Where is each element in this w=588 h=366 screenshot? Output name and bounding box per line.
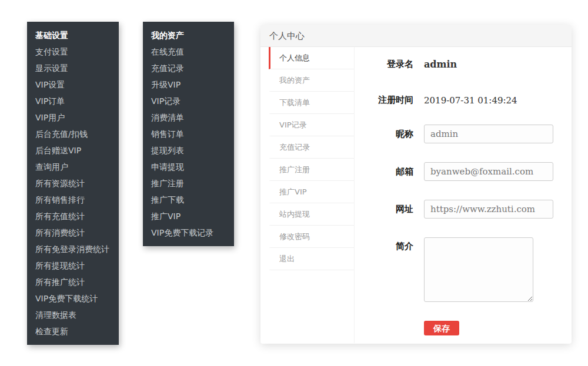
reg-time-value: 2019-07-31 01:49:24 [424,95,517,106]
reg-time-label: 注册时间 [355,95,413,106]
profile-form: 登录名 admin 注册时间 2019-07-31 01:49:24 昵称 邮箱… [355,47,572,343]
profile-tab[interactable]: 充值记录 [269,136,354,159]
settings-menu-item[interactable]: 所有免登录消费统计 [27,241,119,257]
website-input[interactable] [424,200,553,219]
settings-menu-item[interactable]: 清理数据表 [27,307,119,323]
settings-menu-item[interactable]: VIP设置 [27,76,119,93]
assets-menu-item[interactable]: VIP免费下载记录 [143,224,234,241]
profile-tab[interactable]: 下载清单 [269,92,354,114]
profile-tab[interactable]: 站内提现 [269,203,354,226]
login-name-row: 登录名 admin [355,59,572,70]
settings-menu-item[interactable]: 检查更新 [27,323,119,340]
intro-label: 简介 [355,237,413,252]
nickname-row: 昵称 [355,125,572,143]
website-row: 网址 [355,200,572,219]
login-name-label: 登录名 [355,59,413,70]
settings-menu-item[interactable]: 显示设置 [27,60,119,76]
assets-menu: 我的资产在线充值充值记录升级VIPVIP记录消费清单销售订单提现列表申请提现推广… [143,22,234,246]
settings-menu-item[interactable]: VIP订单 [27,93,119,109]
assets-menu-item[interactable]: 在线充值 [143,43,234,60]
save-button[interactable]: 保存 [424,321,459,335]
assets-menu-item[interactable]: 推广注册 [143,175,234,192]
assets-menu-item[interactable]: 申请提现 [143,159,234,175]
assets-menu-item[interactable]: 我的资产 [143,27,234,43]
settings-menu-item[interactable]: VIP用户 [27,109,119,126]
assets-menu-item[interactable]: 推广VIP [143,208,234,224]
settings-menu-item[interactable]: 所有消费统计 [27,224,119,241]
profile-tab[interactable]: 个人信息 [269,47,354,69]
settings-menu-item[interactable]: 查询用户 [27,159,119,175]
settings-menu-item[interactable]: 后台赠送VIP [27,142,119,159]
settings-menu-item[interactable]: VIP免费下载统计 [27,290,119,307]
nickname-input[interactable] [424,125,553,143]
assets-menu-item[interactable]: 消费清单 [143,109,234,126]
profile-tab[interactable]: VIP记录 [269,114,354,136]
assets-menu-item[interactable]: 充值记录 [143,60,234,76]
reg-time-row: 注册时间 2019-07-31 01:49:24 [355,95,572,106]
panel-body: 个人信息我的资产下载清单VIP记录充值记录推广注册推广VIP站内提现修改密码退出… [260,47,572,343]
email-label: 邮箱 [355,166,413,177]
settings-menu-item[interactable]: 支付设置 [27,43,119,60]
email-row: 邮箱 [355,162,572,181]
save-row: 保存 [355,321,572,335]
personal-center-panel: 个人中心 个人信息我的资产下载清单VIP记录充值记录推广注册推广VIP站内提现修… [260,25,572,344]
email-input[interactable] [424,162,553,181]
settings-menu-item[interactable]: 所有资源统计 [27,175,119,192]
settings-menu-item[interactable]: 基础设置 [27,27,119,43]
settings-menu-item[interactable]: 所有提现统计 [27,257,119,274]
website-label: 网址 [355,204,413,215]
intro-row: 简介 [355,237,572,302]
panel-title: 个人中心 [260,25,572,47]
profile-tab[interactable]: 修改密码 [269,226,354,248]
profile-tab[interactable]: 推广VIP [269,181,354,203]
profile-tab[interactable]: 推广注册 [269,159,354,181]
assets-menu-item[interactable]: 销售订单 [143,126,234,142]
assets-menu-item[interactable]: 提现列表 [143,142,234,159]
settings-menu-item[interactable]: 所有销售排行 [27,192,119,208]
assets-menu-item[interactable]: 升级VIP [143,76,234,93]
login-name-value: admin [424,59,457,70]
settings-menu-item[interactable]: 所有推广统计 [27,274,119,290]
settings-menu-item[interactable]: 所有充值统计 [27,208,119,224]
assets-menu-item[interactable]: VIP记录 [143,93,234,109]
assets-menu-item[interactable]: 推广下载 [143,192,234,208]
settings-menu: 基础设置支付设置显示设置VIP设置VIP订单VIP用户后台充值/扣钱后台赠送VI… [27,22,119,345]
profile-tab-list: 个人信息我的资产下载清单VIP记录充值记录推广注册推广VIP站内提现修改密码退出 [260,47,355,343]
profile-tab[interactable]: 我的资产 [269,69,354,92]
profile-tab[interactable]: 退出 [269,248,354,270]
nickname-label: 昵称 [355,129,413,140]
settings-menu-item[interactable]: 后台充值/扣钱 [27,126,119,142]
intro-textarea[interactable] [424,237,533,302]
